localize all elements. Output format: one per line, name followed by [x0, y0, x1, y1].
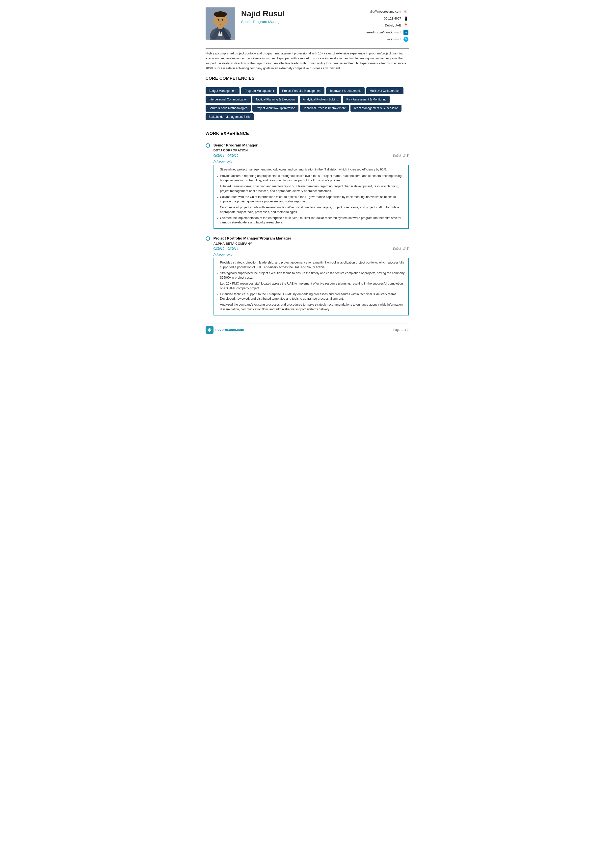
- achievement-text: Oversee the implementation of the enterp…: [220, 216, 405, 225]
- job-company: DDTJ CORPORATION: [213, 148, 409, 153]
- dash-icon: -: [217, 281, 218, 287]
- dash-icon: -: [217, 302, 218, 308]
- email-icon: ✉: [403, 9, 409, 14]
- job-meta: 02/2010 – 08/2014 Dubai, UAE: [213, 246, 409, 251]
- job-location: Dubai, UAE: [393, 246, 409, 251]
- achievement-item: - Extended technical support to the Ente…: [217, 292, 405, 301]
- location-text: Dubai, UAE: [385, 23, 401, 28]
- work-section: WORK EXPERIENCE Senior Program Manager D…: [205, 130, 409, 315]
- achievement-item: - Collaborated with the Chief Informatio…: [217, 195, 405, 204]
- location-icon: 📍: [403, 23, 409, 28]
- job-circle-icon: [205, 236, 210, 241]
- achievement-item: - Strategically supervised the project e…: [217, 271, 405, 281]
- achievements-box: - Streamlined project management methodo…: [213, 165, 409, 229]
- competency-tag: Program Management: [241, 87, 277, 94]
- achievement-text: Strategically supervised the project exe…: [220, 271, 405, 281]
- achievements-label: Achievements: [213, 160, 409, 164]
- svg-point-11: [225, 19, 228, 22]
- footer-page: Page 1 of 2: [393, 328, 409, 332]
- linkedin-text: linkedin.com/in/najid.rusul: [365, 30, 401, 35]
- footer-brand: novoresume.com: [205, 326, 244, 334]
- job-header: Senior Program Manager DDTJ CORPORATION …: [205, 143, 409, 229]
- achievement-text: Analyzed the company's existing processe…: [220, 302, 405, 312]
- competency-tag: Teamwork & Leadership: [326, 87, 365, 94]
- job-header: Project Portfolio Manager/Program Manage…: [205, 236, 409, 315]
- resume-page: Najid Rusul Senior Program Manager najid…: [196, 0, 418, 344]
- email-row: najid@novoresume.com ✉: [349, 9, 409, 14]
- competency-tag: Project Workflow Optimization: [252, 105, 298, 112]
- competency-tag: Multilevel Collaboration: [366, 87, 404, 94]
- competency-tag: Stakeholder Management Skills: [205, 113, 254, 120]
- achievement-text: Collaborated with the Chief Information …: [220, 195, 405, 204]
- job-dates: 02/2010 – 08/2014: [213, 246, 238, 251]
- achievement-text: Extended technical support to the Enterp…: [220, 292, 405, 301]
- job-meta: 09/2014 – 04/2020 Dubai, UAE: [213, 153, 409, 158]
- linkedin-icon: in: [403, 30, 409, 35]
- achievement-text: Provided strategic direction, leadership…: [220, 260, 405, 270]
- competency-tag: Scrum & Agile Methodologies: [205, 105, 251, 112]
- competencies-grid: Budget ManagementProgram ManagementProje…: [205, 87, 409, 120]
- header-section: Najid Rusul Senior Program Manager najid…: [205, 8, 409, 43]
- achievement-text: Streamlined project management methodolo…: [220, 167, 387, 172]
- skype-text: najid.rusul: [387, 37, 401, 42]
- avatar: [205, 8, 235, 40]
- achievement-item: - Coordinate all project inputs with sev…: [217, 205, 405, 214]
- footer: novoresume.com Page 1 of 2: [205, 323, 409, 334]
- dash-icon: -: [217, 174, 218, 179]
- candidate-name: Najid Rusul: [241, 9, 349, 18]
- competency-tag: Technical Process Improvement: [300, 105, 349, 112]
- achievement-text: Provide accurate reporting on project st…: [220, 174, 405, 183]
- jobs-container: Senior Program Manager DDTJ CORPORATION …: [205, 143, 409, 315]
- achievement-text: Coordinate all project inputs with sever…: [220, 205, 405, 214]
- competency-tag: Tactical Planning & Execution: [252, 96, 298, 103]
- job-dates: 09/2014 – 04/2020: [213, 153, 238, 158]
- job-main: Project Portfolio Manager/Program Manage…: [213, 236, 409, 315]
- svg-point-12: [218, 19, 219, 20]
- job-title: Project Portfolio Manager/Program Manage…: [213, 236, 409, 241]
- linkedin-row[interactable]: linkedin.com/in/najid.rusul in: [349, 30, 409, 35]
- candidate-title: Senior Program Manager: [241, 19, 349, 25]
- dash-icon: -: [217, 260, 218, 265]
- job-entry: Project Portfolio Manager/Program Manage…: [205, 236, 409, 315]
- job-circle-icon: [205, 143, 210, 148]
- competency-tag: Risk Assessment & Monitoring: [343, 96, 390, 103]
- work-title: WORK EXPERIENCE: [205, 130, 409, 137]
- svg-point-16: [209, 329, 210, 330]
- achievement-item: - Oversee the implementation of the ente…: [217, 216, 405, 225]
- footer-logo-icon: [205, 326, 213, 334]
- achievement-item: - Provided strategic direction, leadersh…: [217, 260, 405, 270]
- dash-icon: -: [217, 205, 218, 210]
- competency-tag: Budget Management: [205, 87, 239, 94]
- svg-point-10: [213, 19, 215, 22]
- achievement-item: - Provide accurate reporting on project …: [217, 174, 405, 183]
- achievements-label: Achievements: [213, 253, 409, 257]
- competency-tag: Interpersonal Communication: [205, 96, 251, 103]
- phone-text: 00 123 4657: [384, 16, 401, 21]
- dash-icon: -: [217, 184, 218, 189]
- job-title: Senior Program Manager: [213, 143, 409, 148]
- competencies-title: CORE COMPETENCIES: [205, 75, 409, 82]
- skype-row: najid.rusul S: [349, 37, 409, 42]
- contact-section: najid@novoresume.com ✉ 00 123 4657 📱 Dub…: [349, 8, 409, 43]
- dash-icon: -: [217, 216, 218, 221]
- phone-row: 00 123 4657 📱: [349, 16, 409, 21]
- dash-icon: -: [217, 271, 218, 276]
- footer-brand-text: novoresume.com: [216, 327, 244, 332]
- achievements-box: - Provided strategic direction, leadersh…: [213, 258, 409, 315]
- achievement-text: Initiated formal/informal coaching and m…: [220, 184, 405, 194]
- skype-icon: S: [403, 37, 409, 42]
- summary-text: Highly accomplished project portfolio an…: [205, 51, 409, 71]
- header-divider: [205, 48, 409, 48]
- email-text: najid@novoresume.com: [368, 9, 401, 14]
- svg-point-13: [221, 19, 223, 20]
- location-row: Dubai, UAE 📍: [349, 23, 409, 28]
- achievement-item: - Streamlined project management methodo…: [217, 167, 405, 172]
- svg-point-9: [214, 11, 227, 17]
- competency-tag: Project Portfolio Management: [279, 87, 325, 94]
- job-main: Senior Program Manager DDTJ CORPORATION …: [213, 143, 409, 229]
- dash-icon: -: [217, 292, 218, 297]
- achievement-item: - Led 20+ PMO resources staff located ac…: [217, 281, 405, 291]
- job-location: Dubai, UAE: [393, 153, 409, 158]
- svg-rect-15: [218, 27, 222, 29]
- job-company: ALPHA BETA COMPANY: [213, 241, 409, 246]
